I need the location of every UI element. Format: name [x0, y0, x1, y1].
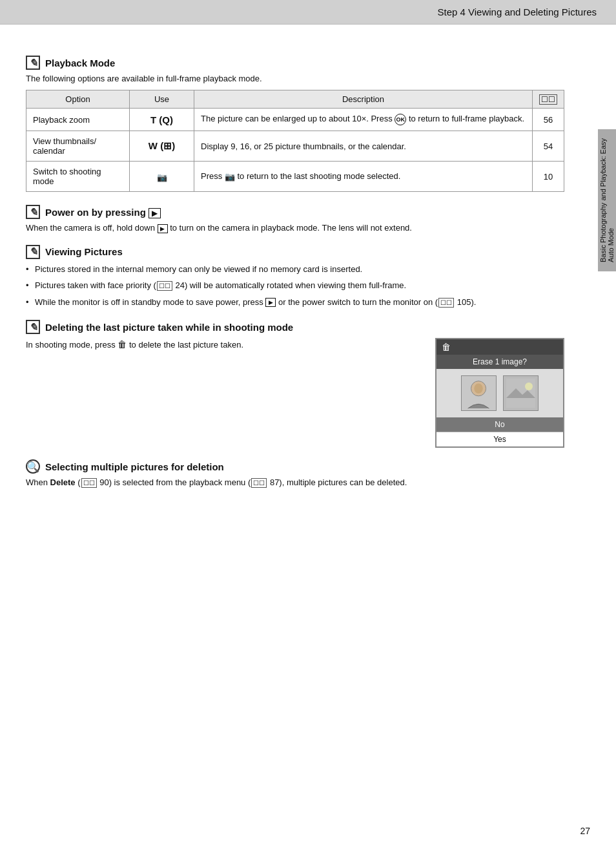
- camera-no-button[interactable]: No: [436, 417, 563, 432]
- key-T: T (Q): [150, 114, 173, 125]
- ref-box-24: ☐☐: [157, 281, 172, 291]
- landscape-svg: [506, 379, 535, 408]
- power-note-icon: ✎: [26, 205, 40, 219]
- ref-box-87: ☐☐: [251, 478, 267, 488]
- desc-view-thumbnails: Display 9, 16, or 25 picture thumbnails,…: [194, 131, 533, 162]
- erase-label: Erase 1 image?: [436, 355, 563, 369]
- viewing-pictures-heading: ✎ Viewing Pictures: [26, 245, 564, 259]
- power-on-desc: When the camera is off, hold down ▶ to t…: [26, 223, 564, 233]
- main-content: ✎ Playback Mode The following options ar…: [0, 25, 597, 520]
- camera-icon: 📷: [157, 173, 167, 182]
- ref-view-thumbnails: 54: [533, 131, 564, 162]
- options-table: Option Use Description ☐☐ Playback zoom …: [26, 90, 564, 192]
- deleting-title: Deleting the last picture taken while in…: [45, 322, 293, 333]
- col-ref: ☐☐: [533, 90, 564, 109]
- table-row: View thumbnails/calendar W (⊞) Display 9…: [26, 131, 564, 162]
- svg-point-3: [525, 383, 533, 390]
- deleting-note-icon: ✎: [26, 320, 40, 334]
- power-on-title: Power on by pressing ▶: [45, 207, 161, 218]
- ref-switch-shooting: 10: [533, 162, 564, 192]
- sidebar-label: Basic Photography and Playback: Easy Aut…: [599, 138, 615, 262]
- use-view-thumbnails: W (⊞): [130, 131, 194, 162]
- person-svg: [462, 375, 496, 411]
- power-on-heading: ✎ Power on by pressing ▶: [26, 205, 564, 219]
- delete-layout: In shooting mode, press 🗑 to delete the …: [26, 338, 564, 448]
- selecting-search-icon: 🔍: [26, 459, 40, 474]
- photo-thumb-main: [461, 375, 497, 411]
- use-playback-zoom: T (Q): [130, 109, 194, 131]
- viewing-pictures-title: Viewing Pictures: [45, 246, 123, 257]
- camera-inline-icon: 📷: [225, 172, 235, 182]
- play-button-icon2: ▶: [265, 298, 276, 307]
- ok-button-icon: OK: [395, 114, 406, 125]
- camera-trash-icon: 🗑: [442, 342, 451, 352]
- ref-playback-zoom: 56: [533, 109, 564, 131]
- option-switch-shooting: Switch to shooting mode: [26, 162, 130, 192]
- selecting-desc: When Delete (☐☐ 90) is selected from the…: [26, 477, 564, 488]
- key-W: W (⊞): [149, 140, 175, 151]
- ref-box-90: ☐☐: [81, 478, 97, 488]
- table-row: Switch to shooting mode 📷 Press 📷 to ret…: [26, 162, 564, 192]
- photo-thumb-secondary: [503, 375, 539, 411]
- deleting-heading: ✎ Deleting the last picture taken while …: [26, 320, 564, 334]
- list-item: While the monitor is off in standby mode…: [26, 296, 564, 309]
- selecting-title: Selecting multiple pictures for deletion: [45, 461, 224, 472]
- viewing-pictures-list: Pictures stored in the internal memory c…: [26, 263, 564, 309]
- trash-inline-icon: 🗑: [118, 339, 127, 350]
- playback-note-icon: ✎: [26, 56, 40, 70]
- header-title: Step 4 Viewing and Deleting Pictures: [437, 6, 597, 17]
- camera-screen-body: Erase 1 image?: [436, 355, 563, 446]
- table-row: Playback zoom T (Q) The picture can be e…: [26, 109, 564, 131]
- delete-bold: Delete: [50, 477, 76, 487]
- playback-mode-title: Playback Mode: [45, 58, 115, 68]
- list-item: Pictures stored in the internal memory c…: [26, 263, 564, 276]
- ref-box-105: ☐☐: [438, 298, 454, 308]
- option-playback-zoom: Playback zoom: [26, 109, 130, 131]
- playback-mode-desc: The following options are available in f…: [26, 74, 564, 83]
- list-item: Pictures taken with face priority (☐☐ 24…: [26, 279, 564, 292]
- page-header: Step 4 Viewing and Deleting Pictures: [0, 0, 616, 25]
- viewing-note-icon: ✎: [26, 245, 40, 259]
- desc-playback-zoom: The picture can be enlarged up to about …: [194, 109, 533, 131]
- play-button-icon: ▶: [158, 224, 168, 233]
- svg-point-1: [474, 384, 482, 393]
- camera-screen: 🗑 Erase 1 image?: [435, 338, 564, 448]
- col-option: Option: [26, 90, 130, 109]
- desc-switch-shooting: Press 📷 to return to the last shooting m…: [194, 162, 533, 192]
- col-use: Use: [130, 90, 194, 109]
- delete-description: In shooting mode, press 🗑 to delete the …: [26, 338, 422, 351]
- playback-mode-heading: ✎ Playback Mode: [26, 56, 564, 70]
- camera-image-area: [436, 369, 563, 417]
- camera-screen-top: 🗑: [436, 339, 563, 355]
- selecting-heading: 🔍 Selecting multiple pictures for deleti…: [26, 459, 564, 474]
- sidebar-tab: Basic Photography and Playback: Easy Aut…: [598, 129, 616, 271]
- camera-yes-button[interactable]: Yes: [436, 432, 563, 446]
- col-description: Description: [194, 90, 533, 109]
- option-view-thumbnails: View thumbnails/calendar: [26, 131, 130, 162]
- page-number: 27: [580, 826, 590, 836]
- use-switch-shooting: 📷: [130, 162, 194, 192]
